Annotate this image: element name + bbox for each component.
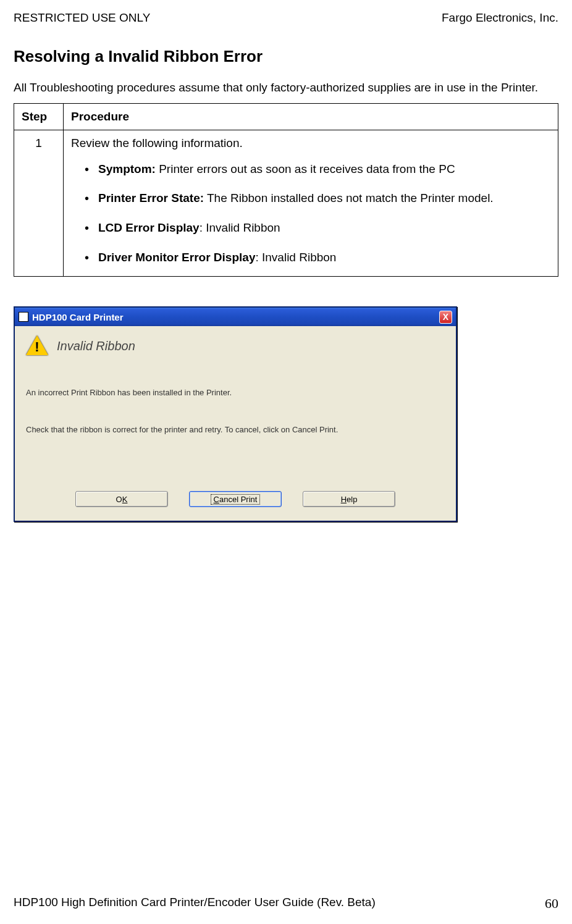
ok-label-underline: K <box>122 495 128 504</box>
bullet-list: Symptom: Printer errors out as soon as i… <box>71 161 550 266</box>
col-step-header: Step <box>14 103 64 130</box>
main-heading: Resolving a Invalid Ribbon Error <box>14 47 558 66</box>
page-footer: HDP100 High Definition Card Printer/Enco… <box>14 896 558 912</box>
cancel-label-rest: ancel Print <box>219 495 257 504</box>
bullet-text: The Ribbon installed does not match the … <box>204 191 494 204</box>
close-icon: X <box>443 312 448 322</box>
footer-left: HDP100 High Definition Card Printer/Enco… <box>14 896 376 912</box>
list-item: Printer Error State: The Ribbon installe… <box>85 190 550 206</box>
bullet-label: Driver Monitor Error Display <box>98 251 255 264</box>
table-row: 1 Review the following information. Symp… <box>14 130 558 277</box>
header-left: RESTRICTED USE ONLY <box>14 11 150 25</box>
dialog-title: HDP100 Card Printer <box>32 312 124 322</box>
cancel-print-button[interactable]: Cancel Print <box>189 491 282 507</box>
header-right: Fargo Electronics, Inc. <box>442 11 558 25</box>
dialog-button-row: OK Cancel Print Help <box>26 491 445 507</box>
bullet-text: Printer errors out as soon as it receive… <box>156 162 455 175</box>
dialog-titlebar[interactable]: HDP100 Card Printer X <box>15 308 456 326</box>
bullet-label: Symptom: <box>98 162 156 175</box>
close-button[interactable]: X <box>439 311 452 324</box>
bullet-label: Printer Error State: <box>98 191 204 204</box>
procedure-table: Step Procedure 1 Review the following in… <box>14 103 558 277</box>
focus-ring: Cancel Print <box>211 494 261 505</box>
procedure-cell: Review the following information. Sympto… <box>64 130 558 277</box>
help-label-rest: elp <box>347 495 357 504</box>
warning-icon: ! <box>26 335 48 357</box>
cancel-label-underline: C <box>214 495 219 504</box>
procedure-lead: Review the following information. <box>71 136 550 150</box>
help-label-underline: H <box>341 495 347 504</box>
list-item: LCD Error Display: Invalid Ribbon <box>85 220 550 236</box>
list-item: Symptom: Printer errors out as soon as i… <box>85 161 550 177</box>
bullet-text: : Invalid Ribbon <box>255 251 336 264</box>
dialog-message-2: Check that the ribbon is correct for the… <box>26 424 445 435</box>
app-icon <box>19 312 28 322</box>
ok-button[interactable]: OK <box>75 491 168 507</box>
page-number: 60 <box>545 896 558 912</box>
dialog-header-row: ! Invalid Ribbon <box>26 335 445 357</box>
dialog-heading: Invalid Ribbon <box>57 339 135 353</box>
intro-paragraph: All Troubleshooting procedures assume th… <box>14 80 558 96</box>
help-button[interactable]: Help <box>303 491 395 507</box>
list-item: Driver Monitor Error Display: Invalid Ri… <box>85 250 550 266</box>
dialog-body: ! Invalid Ribbon An incorrect Print Ribb… <box>15 326 456 521</box>
bullet-label: LCD Error Display <box>98 221 200 234</box>
error-dialog: HDP100 Card Printer X ! Invalid Ribbon A… <box>14 306 457 522</box>
col-procedure-header: Procedure <box>64 103 558 130</box>
step-number: 1 <box>14 130 64 277</box>
page-header: RESTRICTED USE ONLY Fargo Electronics, I… <box>14 11 558 25</box>
bullet-text: : Invalid Ribbon <box>200 221 280 234</box>
table-header-row: Step Procedure <box>14 103 558 130</box>
ok-label-pre: O <box>116 495 122 504</box>
dialog-message-1: An incorrect Print Ribbon has been insta… <box>26 388 445 398</box>
